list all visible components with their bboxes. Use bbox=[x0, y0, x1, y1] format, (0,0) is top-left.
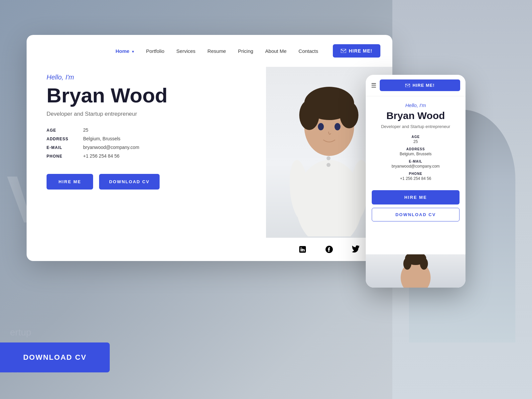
mobile-phone-row: PHONE +1 256 254 84 56 bbox=[372, 172, 460, 181]
phone-value: +1 256 254 84 56 bbox=[83, 153, 119, 159]
svg-rect-0 bbox=[341, 49, 346, 53]
info-age-row: AGE 25 bbox=[47, 127, 249, 133]
mobile-email-label: E-MAIL bbox=[372, 160, 460, 163]
email-icon-mobile bbox=[405, 84, 410, 87]
mobile-address-row: ADDRESS Belgium, Brussels bbox=[372, 147, 460, 156]
mobile-hero-content: Hello, I'm Bryan Wood Developer and Star… bbox=[366, 96, 466, 254]
twitter-icon[interactable] bbox=[351, 244, 361, 254]
svg-point-21 bbox=[403, 258, 411, 270]
mobile-download-button[interactable]: DOWNLOAD CV bbox=[372, 208, 460, 221]
nav-link-contacts[interactable]: Contacts bbox=[293, 46, 324, 57]
greeting-text: Hello, I'm bbox=[47, 73, 249, 81]
bg-download-button: DOWNLOAD CV bbox=[0, 342, 110, 372]
card-body: Hello, I'm Bryan Wood Developer and Star… bbox=[27, 67, 392, 261]
mobile-age-value: 25 bbox=[372, 139, 460, 144]
navbar: Home ▾ Portfolio Services Resume Pricing… bbox=[27, 35, 392, 67]
email-label: E-MAIL bbox=[47, 145, 76, 150]
hamburger-icon[interactable]: ☰ bbox=[371, 82, 376, 89]
mobile-address-value: Belgium, Brussels bbox=[372, 152, 460, 156]
person-illustration bbox=[279, 67, 379, 236]
mobile-email-row: E-MAIL bryanwood@company.com bbox=[372, 160, 460, 169]
mobile-phone-label: PHONE bbox=[372, 172, 460, 176]
age-label: AGE bbox=[47, 128, 76, 133]
svg-rect-14 bbox=[301, 249, 302, 251]
svg-point-22 bbox=[420, 258, 428, 270]
mobile-greeting: Hello, I'm bbox=[405, 102, 426, 108]
mobile-navbar: ☰ HIRE ME! bbox=[366, 75, 466, 96]
desktop-card: Home ▾ Portfolio Services Resume Pricing… bbox=[27, 35, 392, 261]
facebook-icon[interactable] bbox=[324, 244, 334, 254]
svg-point-8 bbox=[334, 123, 340, 130]
mobile-email-value: bryanwood@company.com bbox=[372, 164, 460, 169]
mobile-phone-value: +1 256 254 84 56 bbox=[372, 176, 460, 181]
nav-link-about[interactable]: About Me bbox=[260, 46, 292, 57]
address-value: Belgium, Brussels bbox=[83, 136, 120, 141]
hire-me-nav-button[interactable]: HIRE ME! bbox=[333, 44, 380, 58]
nav-links: Home ▾ Portfolio Services Resume Pricing… bbox=[110, 46, 324, 57]
info-email-row: E-MAIL bryanwood@company.com bbox=[47, 145, 249, 150]
svg-point-6 bbox=[340, 102, 358, 128]
mobile-subtitle: Developer and Startup entrepreneur bbox=[381, 124, 450, 129]
subtitle-text: Developer and Startup entrepreneur bbox=[47, 111, 249, 117]
nav-link-services[interactable]: Services bbox=[171, 46, 201, 57]
address-label: ADDRESS bbox=[47, 137, 76, 141]
home-dropdown-arrow: ▾ bbox=[132, 50, 134, 54]
mobile-info-table: AGE 25 ADDRESS Belgium, Brussels E-MAIL … bbox=[372, 135, 460, 184]
svg-point-15 bbox=[301, 247, 302, 248]
svg-point-10 bbox=[327, 163, 331, 167]
mobile-address-label: ADDRESS bbox=[372, 147, 460, 151]
mobile-card: ☰ HIRE ME! Hello, I'm Bryan Wood Develop… bbox=[366, 75, 466, 288]
svg-point-5 bbox=[299, 100, 319, 130]
download-cv-button[interactable]: DOWNLOAD CV bbox=[99, 174, 160, 190]
mobile-name: Bryan Wood bbox=[386, 110, 445, 121]
svg-rect-17 bbox=[405, 84, 410, 87]
hire-me-button[interactable]: HIRE ME bbox=[47, 174, 93, 190]
age-value: 25 bbox=[83, 127, 88, 133]
linkedin-icon[interactable] bbox=[298, 244, 308, 254]
mobile-person-preview bbox=[396, 254, 436, 288]
info-table: AGE 25 ADDRESS Belgium, Brussels E-MAIL … bbox=[47, 127, 249, 162]
svg-point-7 bbox=[318, 123, 324, 130]
info-phone-row: PHONE +1 256 254 84 56 bbox=[47, 153, 249, 159]
phone-label: PHONE bbox=[47, 154, 76, 159]
svg-point-9 bbox=[327, 156, 331, 160]
mobile-photo-preview bbox=[366, 254, 466, 288]
email-value: bryanwood@company.com bbox=[83, 145, 139, 150]
hire-me-mobile-button[interactable]: HIRE ME! bbox=[380, 79, 460, 91]
mobile-hire-button[interactable]: HIRE ME bbox=[372, 190, 460, 204]
nav-link-pricing[interactable]: Pricing bbox=[233, 46, 259, 57]
nav-link-resume[interactable]: Resume bbox=[202, 46, 231, 57]
hero-content: Hello, I'm Bryan Wood Developer and Star… bbox=[27, 67, 266, 261]
nav-link-home[interactable]: Home ▾ bbox=[110, 46, 139, 57]
email-icon-nav bbox=[341, 49, 346, 53]
info-address-row: ADDRESS Belgium, Brussels bbox=[47, 136, 249, 141]
name-heading: Bryan Wood bbox=[47, 84, 249, 106]
nav-link-portfolio[interactable]: Portfolio bbox=[141, 46, 170, 57]
mobile-age-row: AGE 25 bbox=[372, 135, 460, 144]
action-buttons: HIRE ME DOWNLOAD CV bbox=[47, 174, 249, 190]
mobile-age-label: AGE bbox=[372, 135, 460, 139]
